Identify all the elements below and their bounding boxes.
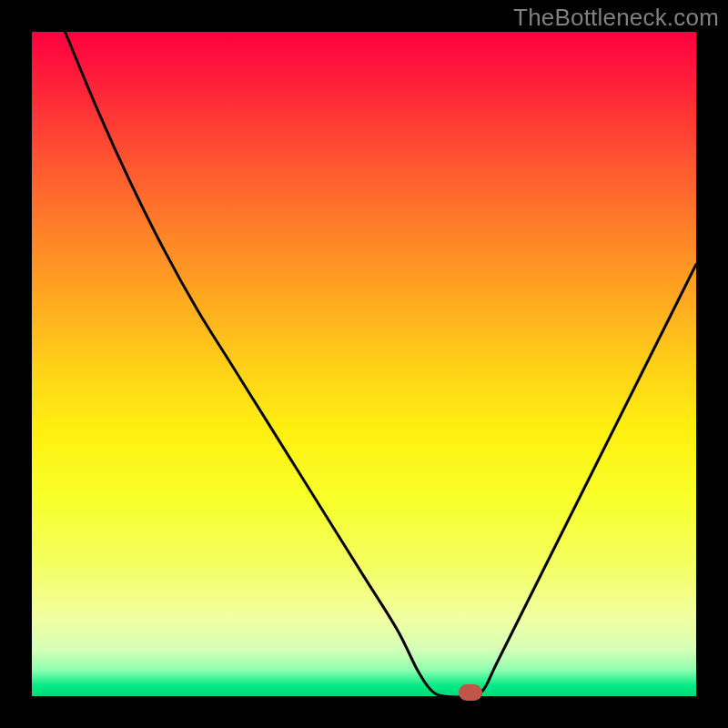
- gradient-background: [32, 32, 696, 696]
- chart-frame: TheBottleneck.com: [0, 0, 728, 728]
- plot-svg: [32, 32, 696, 696]
- plot-area: [32, 32, 696, 696]
- watermark-text: TheBottleneck.com: [513, 4, 719, 32]
- optimal-marker: [459, 684, 482, 701]
